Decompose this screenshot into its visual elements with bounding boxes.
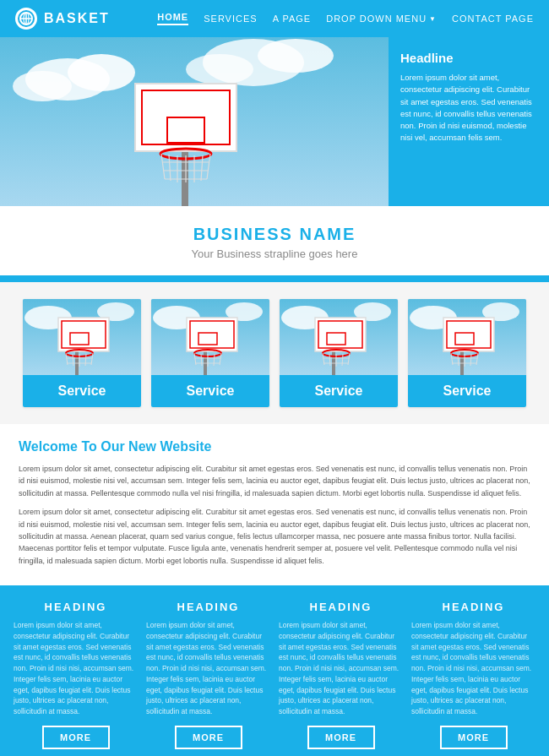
business-section: BUSINESS NAME Your Business strapline go… xyxy=(0,206,549,275)
svg-rect-60 xyxy=(315,318,366,351)
header: BASKET HOME SERVICES A PAGE DROP DOWN ME… xyxy=(0,0,549,37)
service-card-3: Service xyxy=(280,299,398,407)
nav-dropdown[interactable]: DROP DOWN MENU ▼ xyxy=(326,14,437,24)
welcome-section: Welcome To Our New Website Lorem ipsum d… xyxy=(0,424,549,585)
nav-a-page[interactable]: A PAGE xyxy=(273,14,312,24)
hero-body-text: Lorem ipsum dolor sit amet, consectetur … xyxy=(400,72,537,144)
more-button-2[interactable]: MORE xyxy=(175,726,242,749)
hero-section: Headline Lorem ipsum dolor sit amet, con… xyxy=(0,37,549,206)
service-label-3: Service xyxy=(280,375,398,407)
bottom-heading-4: HEADING xyxy=(411,601,535,613)
bottom-col-4: HEADING Lorem ipsum dolor sit amet, cons… xyxy=(411,601,535,749)
svg-point-6 xyxy=(68,54,135,91)
services-section: Service xyxy=(0,282,549,424)
bottom-col-3: HEADING Lorem ipsum dolor sit amet, cons… xyxy=(279,601,403,749)
nav-home[interactable]: HOME xyxy=(157,12,188,25)
service-image-1 xyxy=(23,299,141,375)
bottom-body-4: Lorem ipsum dolor sit amet, consectetur … xyxy=(411,620,535,717)
main-nav: HOME SERVICES A PAGE DROP DOWN MENU ▼ CO… xyxy=(157,12,534,25)
bottom-section: HEADING Lorem ipsum dolor sit amet, cons… xyxy=(0,585,549,756)
nav-contact[interactable]: CONTACT PAGE xyxy=(452,14,534,24)
bottom-body-2: Lorem ipsum dolor sit amet, consectetur … xyxy=(146,620,270,717)
hero-image xyxy=(0,37,389,206)
svg-rect-75 xyxy=(443,318,494,351)
service-card-1: Service xyxy=(23,299,141,407)
bottom-body-3: Lorem ipsum dolor sit amet, consectetur … xyxy=(279,620,403,717)
logo-icon xyxy=(15,8,37,30)
svg-point-7 xyxy=(13,71,72,101)
welcome-title: Welcome To Our New Website xyxy=(19,439,530,454)
service-card-4: Service xyxy=(408,299,526,407)
hero-headline: Headline xyxy=(400,51,537,65)
bottom-heading-3: HEADING xyxy=(279,601,403,613)
more-button-1[interactable]: MORE xyxy=(42,726,110,749)
service-image-3 xyxy=(280,299,398,375)
blue-divider xyxy=(0,275,549,282)
service-label-2: Service xyxy=(151,375,269,407)
svg-point-9 xyxy=(258,39,334,73)
service-label-1: Service xyxy=(23,375,141,407)
bottom-heading-1: HEADING xyxy=(14,601,138,613)
bottom-col-1: HEADING Lorem ipsum dolor sit amet, cons… xyxy=(14,601,138,749)
svg-rect-30 xyxy=(58,318,109,351)
chevron-down-icon: ▼ xyxy=(429,15,437,23)
nav-services[interactable]: SERVICES xyxy=(204,14,257,24)
service-label-4: Service xyxy=(408,375,526,407)
more-button-4[interactable]: MORE xyxy=(440,726,508,749)
svg-point-10 xyxy=(186,54,253,84)
bottom-columns: HEADING Lorem ipsum dolor sit amet, cons… xyxy=(14,601,535,749)
logo-area: BASKET xyxy=(15,8,110,30)
svg-rect-45 xyxy=(187,318,237,351)
service-image-4 xyxy=(408,299,526,375)
bottom-heading-2: HEADING xyxy=(146,601,270,613)
business-tagline: Your Business strapline goes here xyxy=(0,247,549,260)
hero-sidebar: Headline Lorem ipsum dolor sit amet, con… xyxy=(389,37,549,206)
welcome-para-1: Lorem ipsum dolor sit amet, consectetur … xyxy=(19,463,530,499)
business-name: BUSINESS NAME xyxy=(0,225,549,244)
bottom-body-1: Lorem ipsum dolor sit amet, consectetur … xyxy=(14,620,138,717)
welcome-para-2: Lorem ipsum dolor sit amet, consectetur … xyxy=(19,506,530,567)
service-image-2 xyxy=(151,299,269,375)
service-card-2: Service xyxy=(151,299,269,407)
logo-text: BASKET xyxy=(44,11,110,26)
more-button-3[interactable]: MORE xyxy=(307,726,375,749)
bottom-col-2: HEADING Lorem ipsum dolor sit amet, cons… xyxy=(146,601,270,749)
